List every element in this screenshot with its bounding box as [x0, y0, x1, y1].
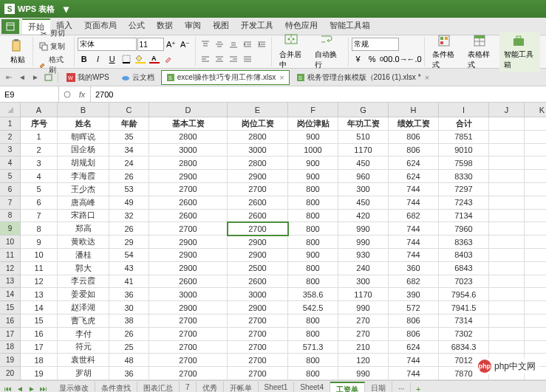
bold-button[interactable]: B: [78, 52, 91, 66]
row-header-15[interactable]: 15: [0, 301, 21, 314]
row-header-1[interactable]: 1: [0, 117, 21, 131]
cell-K11[interactable]: [525, 249, 546, 262]
cell-B4[interactable]: 胡规划: [58, 157, 109, 170]
cell-F7[interactable]: 800: [288, 196, 338, 210]
cell-J9[interactable]: [489, 222, 525, 235]
cell-K15[interactable]: [525, 301, 546, 314]
row-header-9[interactable]: 9: [0, 222, 21, 235]
cell-G19[interactable]: 120: [338, 354, 389, 367]
fill-color-button[interactable]: [134, 52, 147, 66]
cell-I15[interactable]: 7941.5: [439, 301, 489, 314]
close-icon[interactable]: ×: [279, 73, 284, 82]
cell-B9[interactable]: 郑高: [58, 222, 109, 235]
sheet-nav-prev[interactable]: ◄: [15, 384, 25, 393]
smart-toolbox-button[interactable]: 智能工具箱: [499, 32, 540, 72]
font-family-select[interactable]: [78, 38, 137, 51]
cell-B8[interactable]: 宋路口: [58, 210, 109, 223]
cell-F16[interactable]: 800: [288, 314, 338, 328]
cell-E7[interactable]: 2600: [228, 196, 288, 210]
cell-H14[interactable]: 390: [389, 288, 439, 301]
cell-G6[interactable]: 300: [338, 183, 389, 196]
row-header-17[interactable]: 17: [0, 328, 21, 341]
align-right-button[interactable]: [227, 52, 240, 66]
cell-E11[interactable]: 2900: [228, 249, 288, 262]
cell-E18[interactable]: 2700: [228, 341, 288, 354]
cell-A15[interactable]: 14: [21, 301, 58, 314]
cell-G14[interactable]: 1170: [338, 288, 389, 301]
cell-B15[interactable]: 赵泽湖: [58, 301, 109, 314]
cell-H17[interactable]: 806: [389, 328, 439, 341]
close-icon[interactable]: ×: [425, 73, 429, 82]
formula-input[interactable]: 2700: [91, 90, 546, 99]
cell-G4[interactable]: 450: [338, 157, 389, 170]
cell-C8[interactable]: 32: [109, 210, 149, 223]
wrap-text-button[interactable]: 自动换行: [310, 32, 345, 72]
cell-J17[interactable]: [489, 328, 525, 341]
cell-K12[interactable]: [525, 262, 546, 275]
sheet-nav-first[interactable]: ⏮: [3, 384, 13, 393]
cell-E5[interactable]: 2900: [228, 170, 288, 183]
cell-C20[interactable]: 36: [109, 367, 149, 380]
cell-G13[interactable]: 300: [338, 275, 389, 289]
cell-A13[interactable]: 12: [21, 275, 58, 289]
cell-H12[interactable]: 360: [389, 262, 439, 275]
cell-K16[interactable]: [525, 314, 546, 328]
cell-H4[interactable]: 624: [389, 157, 439, 170]
row-header-4[interactable]: 4: [0, 157, 21, 170]
cut-button[interactable]: ✂剪切: [36, 27, 71, 39]
col-header-K[interactable]: K: [525, 103, 546, 117]
name-box[interactable]: E9: [0, 86, 59, 102]
col-header-A[interactable]: A: [21, 103, 58, 117]
cell-C7[interactable]: 49: [109, 196, 149, 210]
cell-K14[interactable]: [525, 288, 546, 301]
cell-F4[interactable]: 900: [288, 157, 338, 170]
cell-C17[interactable]: 26: [109, 328, 149, 341]
tab-nav-next[interactable]: ►: [30, 72, 41, 83]
cell-D16[interactable]: 2700: [149, 314, 228, 328]
cell-E6[interactable]: 2700: [228, 183, 288, 196]
cell-I17[interactable]: 7302: [439, 328, 489, 341]
fx-icon[interactable]: fx: [77, 89, 87, 100]
row-header-18[interactable]: 18: [0, 341, 21, 354]
cell-C4[interactable]: 24: [109, 157, 149, 170]
align-bottom-button[interactable]: [227, 38, 240, 51]
sheet-tabs-more[interactable]: ···: [392, 383, 411, 392]
row-header-5[interactable]: 5: [0, 170, 21, 183]
row-header-2[interactable]: 2: [0, 131, 21, 144]
indent-decrease-button[interactable]: [241, 38, 254, 51]
cell-K2[interactable]: [525, 131, 546, 144]
cell-J15[interactable]: [489, 301, 525, 314]
cell-A6[interactable]: 5: [21, 183, 58, 196]
row-header-7[interactable]: 7: [0, 196, 21, 210]
cell-H9[interactable]: 744: [389, 222, 439, 235]
cell-I1[interactable]: 合计: [439, 117, 489, 131]
cell-E19[interactable]: 2700: [228, 354, 288, 367]
cell-F17[interactable]: 800: [288, 328, 338, 341]
cell-A12[interactable]: 11: [21, 262, 58, 275]
cell-A18[interactable]: 17: [21, 341, 58, 354]
cell-E1[interactable]: 岗位工资: [228, 117, 288, 131]
align-middle-button[interactable]: [213, 38, 226, 51]
row-header-8[interactable]: 8: [0, 210, 21, 223]
cell-G5[interactable]: 960: [338, 170, 389, 183]
select-all-corner[interactable]: [0, 103, 21, 117]
indent-increase-button[interactable]: [255, 38, 268, 51]
underline-button[interactable]: U: [106, 52, 119, 66]
cell-I2[interactable]: 7851: [439, 131, 489, 144]
sheet-tab-9[interactable]: 日期: [365, 382, 392, 393]
cell-K13[interactable]: [525, 275, 546, 289]
cell-J10[interactable]: [489, 235, 525, 249]
cell-H3[interactable]: 806: [389, 144, 439, 157]
italic-button[interactable]: I: [92, 52, 105, 66]
cell-J7[interactable]: [489, 196, 525, 210]
col-header-E[interactable]: E: [228, 103, 288, 117]
cell-J13[interactable]: [489, 275, 525, 289]
merge-center-button[interactable]: 合并居中: [275, 32, 310, 72]
cell-J16[interactable]: [489, 314, 525, 328]
cell-D9[interactable]: 2700: [149, 222, 228, 235]
row-header-6[interactable]: 6: [0, 183, 21, 196]
cell-F12[interactable]: 800: [288, 262, 338, 275]
cell-H18[interactable]: 624: [389, 341, 439, 354]
cell-F11[interactable]: 900: [288, 249, 338, 262]
copy-button[interactable]: 复制: [36, 41, 71, 52]
